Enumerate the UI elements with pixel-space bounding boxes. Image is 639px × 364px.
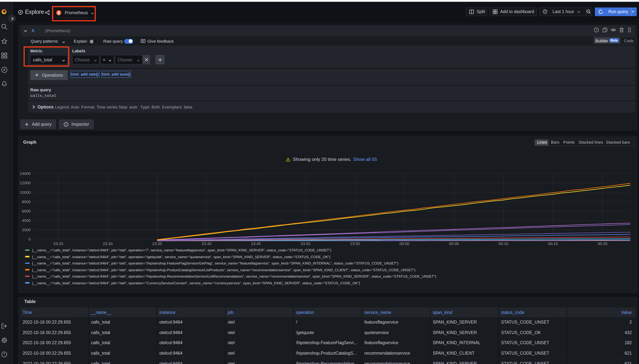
svg-text:?: ? (596, 28, 597, 32)
svg-text:?: ? (3, 352, 5, 356)
